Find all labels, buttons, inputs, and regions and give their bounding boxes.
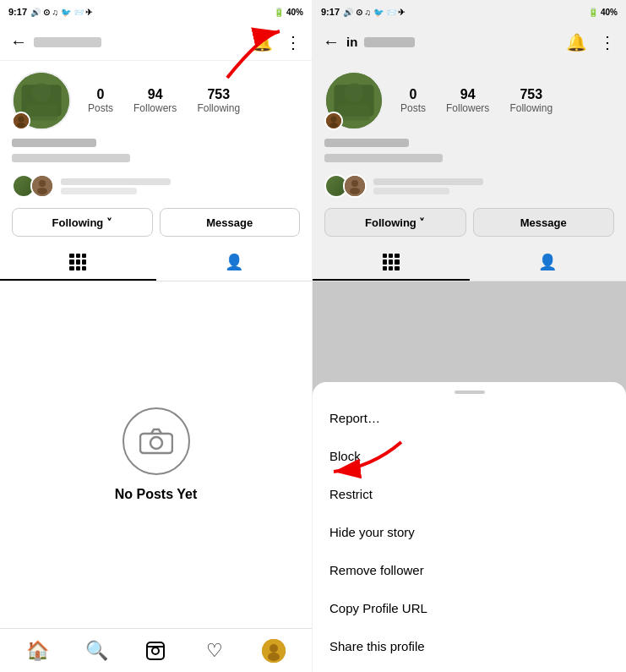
svg-point-2 (32, 83, 52, 102)
left-profile-top: 0 Posts 94 Followers 753 Following (12, 71, 300, 130)
left-nav-reels[interactable] (139, 634, 172, 668)
sheet-item-share-profile[interactable]: Share this profile (313, 627, 626, 665)
left-tab-grid[interactable] (0, 243, 156, 281)
right-battery-level: 40% (601, 8, 618, 17)
left-nav-username-bar (34, 37, 101, 47)
left-bottom-avatar (262, 639, 286, 663)
left-back-button[interactable]: ← (10, 32, 27, 52)
left-action-buttons: Following ˅ Message (0, 208, 312, 243)
battery-level: 40% (286, 8, 303, 17)
right-bar2 (373, 188, 449, 194)
left-bar2 (61, 188, 137, 194)
sheet-item-copy-url[interactable]: Copy Profile URL (313, 589, 626, 627)
right-tab-person[interactable]: 👤 (470, 243, 627, 281)
right-grid-icon (383, 254, 400, 270)
right-following-count: 753 (520, 87, 542, 102)
right-profile-section: 0 Posts 94 Followers 753 Following (313, 61, 626, 208)
right-battery-icon: 🔋 (588, 8, 598, 17)
left-small-avatar (12, 112, 30, 130)
left-message-button[interactable]: Message (160, 208, 301, 237)
right-followers-label: Followers (446, 102, 489, 114)
svg-point-14 (152, 647, 159, 654)
right-stats-row: 0 Posts 94 Followers 753 Following (400, 87, 614, 114)
right-panel: 9:17 🔊 ⊙ ♫ 🐦 📨 ✈ 🔋 40% ← in 🔔 ⋮ (313, 0, 626, 672)
left-stat-followers: 94 Followers (133, 87, 177, 114)
svg-rect-13 (147, 642, 164, 659)
left-status-bar: 9:17 🔊 ⊙ ♫ 🐦 📨 ✈ 🔋 40% (0, 0, 312, 24)
right-nav-username: in (346, 35, 357, 49)
left-panel: 9:17 🔊 ⊙ ♫ 🐦 📨 ✈ 🔋 40% ← 🔔 ⋮ (0, 0, 313, 672)
left-stat-posts: 0 Posts (88, 87, 113, 114)
right-bio-bar (324, 154, 443, 162)
left-nav-profile[interactable] (257, 634, 291, 668)
left-nav-right: 🔔 ⋮ (252, 32, 302, 52)
left-no-posts-text: No Posts Yet (115, 487, 198, 502)
right-status-left: 9:17 🔊 ⊙ ♫ 🐦 📨 ✈ (321, 7, 405, 17)
left-bottom-nav: 🏠 🔍 ♡ (0, 628, 312, 672)
left-grid-icon (69, 254, 86, 270)
right-nav-bar: ← in 🔔 ⋮ (313, 24, 626, 61)
left-tab-person[interactable]: 👤 (156, 243, 313, 281)
left-bell-icon[interactable]: 🔔 (252, 32, 273, 52)
right-bar1 (373, 178, 483, 185)
left-followers-count: 94 (148, 87, 163, 102)
svg-point-18 (268, 653, 280, 661)
right-name-section (324, 139, 614, 166)
svg-point-6 (17, 123, 25, 128)
bottom-sheet: Report… Block Restrict Hide your story R… (313, 382, 626, 672)
left-nav-home[interactable]: 🏠 (21, 634, 55, 668)
right-story-avatar-2 (343, 174, 367, 198)
left-avatar-container (12, 71, 71, 130)
right-following-button[interactable]: Following ˅ (324, 208, 466, 237)
sheet-item-remove-follower[interactable]: Remove follower (313, 551, 626, 589)
right-small-avatar (324, 112, 343, 130)
svg-point-28 (350, 188, 360, 194)
left-more-icon[interactable]: ⋮ (285, 32, 302, 52)
svg-rect-22 (338, 105, 370, 121)
sheet-item-block[interactable]: Block (313, 437, 626, 475)
left-stat-following: 753 Following (197, 87, 240, 114)
left-status-time: 9:17 🔊 ⊙ ♫ 🐦 📨 ✈ (8, 7, 92, 17)
right-bell-icon[interactable]: 🔔 (566, 32, 587, 52)
sheet-item-restrict[interactable]: Restrict (313, 475, 626, 513)
right-posts-label: Posts (400, 102, 426, 114)
right-followers-count: 94 (460, 87, 476, 102)
left-story-avatar-2 (30, 174, 54, 198)
svg-point-17 (269, 644, 278, 653)
right-username-bar (364, 37, 415, 47)
left-posts-label: Posts (88, 102, 113, 114)
left-bar1 (61, 178, 171, 185)
left-following-button[interactable]: Following ˅ (12, 208, 153, 237)
right-posts-count: 0 (410, 87, 417, 102)
right-tab-grid[interactable] (313, 243, 470, 281)
svg-point-21 (345, 83, 364, 102)
right-following-label: Following (509, 102, 553, 114)
right-back-button[interactable]: ← (323, 32, 340, 52)
left-nav-bar: ← 🔔 ⋮ (0, 24, 312, 61)
right-bio-bars (373, 178, 483, 194)
right-message-button[interactable]: Message (473, 208, 615, 237)
right-story-row (324, 174, 614, 198)
status-icons: 🔊 ⊙ ♫ 🐦 📨 ✈ (30, 8, 92, 17)
left-nav-heart[interactable]: ♡ (198, 634, 231, 668)
left-status-right: 🔋 40% (274, 8, 303, 17)
left-story-row (12, 174, 300, 198)
sheet-item-report[interactable]: Report… (313, 399, 626, 437)
right-stat-followers: 94 Followers (446, 87, 489, 114)
right-avatar-container (324, 71, 384, 130)
left-following-label: Following (197, 102, 240, 114)
left-name-section (12, 139, 300, 166)
left-posts-count: 0 (97, 87, 105, 102)
svg-point-11 (150, 437, 162, 449)
right-more-icon[interactable]: ⋮ (599, 32, 616, 52)
right-status-bar: 9:17 🔊 ⊙ ♫ 🐦 📨 ✈ 🔋 40% (313, 0, 626, 24)
left-name-bar (12, 139, 96, 147)
svg-point-25 (329, 123, 338, 128)
sheet-item-hide-story[interactable]: Hide your story (313, 513, 626, 551)
svg-rect-3 (25, 105, 57, 121)
right-person-icon: 👤 (539, 254, 556, 270)
right-time-display: 9:17 (321, 7, 340, 17)
left-nav-search[interactable]: 🔍 (80, 634, 114, 668)
left-profile-section: 0 Posts 94 Followers 753 Following (0, 61, 312, 208)
left-following-count: 753 (207, 87, 230, 102)
